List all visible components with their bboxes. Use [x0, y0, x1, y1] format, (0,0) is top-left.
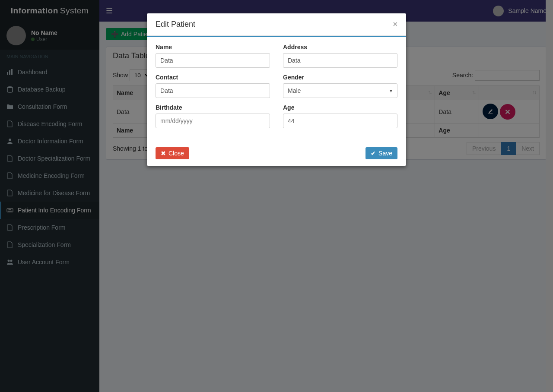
close-button[interactable]: ✖ Close [156, 147, 189, 159]
save-button[interactable]: ✔ Save [365, 147, 397, 159]
contact-input[interactable] [156, 83, 270, 98]
address-input[interactable] [283, 53, 397, 68]
label-age: Age [283, 104, 397, 111]
close-button-label: Close [168, 150, 184, 157]
birthdate-input[interactable] [156, 114, 270, 128]
label-name: Name [156, 44, 270, 51]
label-address: Address [283, 44, 397, 51]
modal-close-button[interactable]: × [393, 20, 397, 29]
save-button-label: Save [378, 150, 392, 157]
modal-title: Edit Patient [156, 20, 195, 29]
close-icon: ✖ [161, 150, 166, 157]
gender-select[interactable]: Male [283, 83, 397, 98]
edit-patient-modal: Edit Patient × Name Address Contact Gend… [147, 13, 406, 166]
name-input[interactable] [156, 53, 270, 68]
label-contact: Contact [156, 74, 270, 81]
age-input[interactable] [283, 114, 397, 128]
label-birthdate: Birthdate [156, 104, 270, 111]
label-gender: Gender [283, 74, 397, 81]
check-icon: ✔ [371, 150, 376, 157]
